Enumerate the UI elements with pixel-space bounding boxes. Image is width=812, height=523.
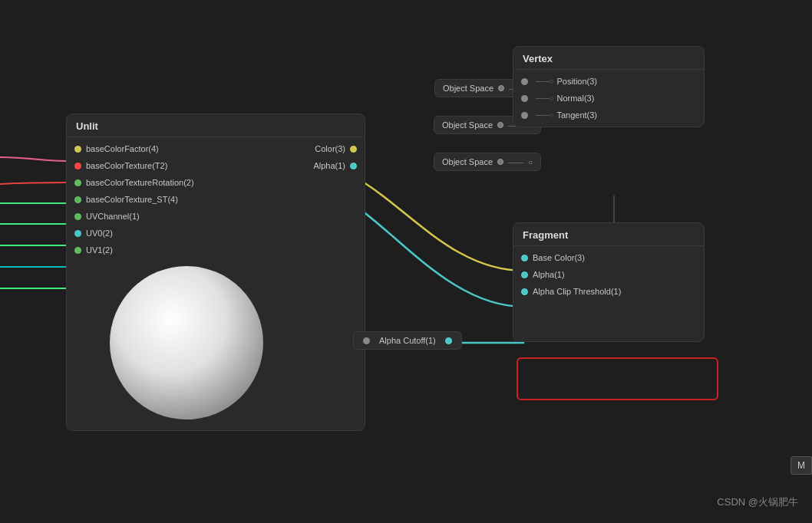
fragment-empty-area [513, 300, 704, 338]
port-dot-green4 [74, 247, 81, 254]
object-space-label-2: Object Space [442, 120, 493, 130]
port-dot-objspace3 [497, 159, 503, 165]
port-row-color-output: Color(3) [305, 140, 365, 157]
unlit-node-title: Unlit [67, 114, 365, 137]
canvas: Unlit baseColorFactor(4) baseColorTextur… [0, 0, 812, 523]
port-dot-cyan-out [350, 163, 357, 169]
object-space-node-3: Object Space —— ○ [434, 153, 541, 171]
port-row-base-color-frag: Base Color(3) [513, 249, 704, 266]
port-row-normal: ——○ Normal(3) [513, 90, 704, 107]
port-label: baseColorTextureRotation(2) [86, 178, 194, 187]
port-dot-green [74, 179, 81, 186]
port-row-alpha-frag: Alpha(1) [513, 266, 704, 283]
m-button[interactable]: M [791, 456, 812, 475]
vertex-node: Vertex ——○ Position(3) ——○ Normal(3) ——○… [513, 46, 705, 127]
fragment-node-title: Fragment [513, 223, 704, 246]
port-dot-yellow-out [350, 146, 357, 153]
port-label-tangent: Tangent(3) [556, 110, 597, 120]
port-row-base-color-rotation: baseColorTextureRotation(2) [67, 174, 305, 191]
port-dot-tangent-in [521, 112, 528, 119]
object-space-label-3: Object Space [442, 157, 493, 166]
port-label-alpha-frag: Alpha(1) [533, 270, 565, 279]
unlit-node: Unlit baseColorFactor(4) baseColorTextur… [66, 113, 365, 431]
port-row-alpha-clip: Alpha Clip Threshold(1) [513, 283, 704, 300]
watermark: CSDN @火锅肥牛 [717, 495, 798, 509]
port-dot-green3 [74, 213, 81, 220]
port-label: baseColorTexture_ST(4) [86, 195, 178, 204]
port-row-uv0: UV0(2) [67, 225, 305, 242]
fragment-node: Fragment Base Color(3) Alpha(1) Alpha Cl… [513, 222, 705, 342]
port-label-position: Position(3) [556, 77, 597, 86]
port-label: baseColorTexture(T2) [86, 161, 167, 170]
port-row-uvchannel: UVChannel(1) [67, 208, 305, 225]
port-row-base-color-texture: baseColorTexture(T2) [67, 157, 305, 174]
port-label: UVChannel(1) [86, 212, 140, 221]
port-label-normal: Normal(3) [556, 94, 594, 103]
port-dot-base-color-in [521, 255, 528, 262]
port-label: Alpha(1) [313, 161, 345, 170]
port-label: Color(3) [315, 144, 345, 153]
port-dot-alpha-cutoff-out [445, 337, 452, 344]
port-dot-cyan2 [74, 230, 81, 237]
port-row-alpha-output: Alpha(1) [305, 157, 365, 174]
port-row-tangent: ——○ Tangent(3) [513, 107, 704, 123]
port-label: baseColorFactor(4) [86, 144, 159, 153]
port-dot-objspace2 [497, 122, 503, 128]
port-label: UV0(2) [86, 229, 113, 238]
alpha-cutoff-node: Alpha Cutoff(1) [353, 331, 462, 350]
port-dot-yellow [74, 146, 81, 153]
port-row-base-color-factor: baseColorFactor(4) [67, 140, 305, 157]
port-label: UV1(2) [86, 245, 113, 255]
port-row-base-color-st: baseColorTexture_ST(4) [67, 191, 305, 208]
red-highlight-box [517, 357, 718, 400]
alpha-cutoff-label: Alpha Cutoff(1) [379, 336, 436, 345]
port-dot-alpha-frag-in [521, 271, 528, 278]
port-label-base-color-frag: Base Color(3) [533, 253, 585, 262]
port-row-position: ——○ Position(3) [513, 73, 704, 90]
port-dot-red [74, 163, 81, 169]
port-dot-alpha-cutoff-in [363, 337, 370, 344]
port-dot-normal-in [521, 95, 528, 102]
object-space-label-1: Object Space [443, 84, 493, 93]
port-label-alpha-clip: Alpha Clip Threshold(1) [533, 287, 621, 296]
preview-circle [110, 266, 263, 419]
port-dot-position-in [521, 78, 528, 85]
vertex-node-title: Vertex [513, 47, 704, 70]
port-dot-objspace1 [498, 85, 504, 91]
port-dot-alpha-clip-in [521, 288, 528, 295]
port-row-uv1: UV1(2) [67, 242, 305, 258]
port-dot-green2 [74, 196, 81, 203]
